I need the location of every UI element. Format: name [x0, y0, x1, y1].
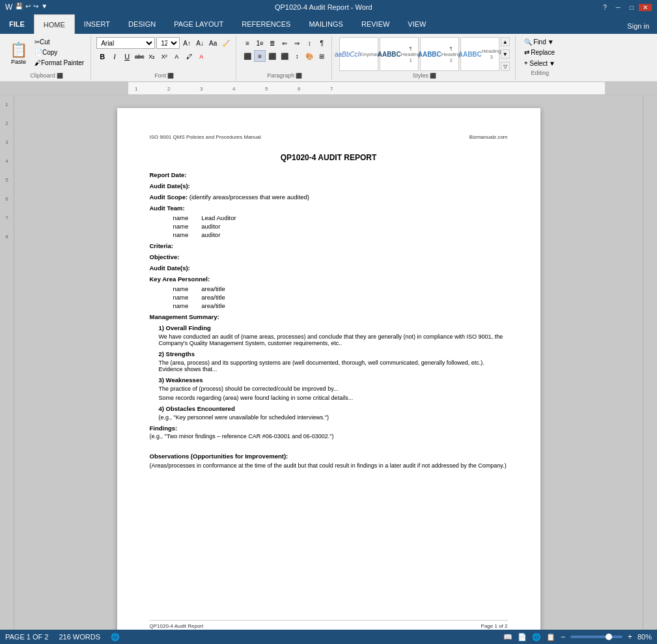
subscript-btn[interactable]: X₂ — [146, 51, 158, 63]
quick-save-icon[interactable]: 💾 — [15, 3, 23, 12]
minimize-btn[interactable]: ─ — [612, 4, 624, 11]
font-name-select[interactable]: Arial — [96, 37, 155, 49]
font-color-btn[interactable]: A — [195, 51, 207, 63]
customize-icon[interactable]: ▼ — [41, 3, 48, 12]
tab-mailings[interactable]: MAILINGS — [300, 14, 352, 34]
zoom-thumb[interactable] — [606, 634, 612, 640]
styles-more[interactable]: ▽ — [501, 62, 510, 71]
ruler-main[interactable]: 1 2 3 4 5 6 7 — [128, 82, 605, 94]
zoom-out-btn[interactable]: − — [561, 632, 565, 641]
borders-btn[interactable]: ⊞ — [316, 50, 328, 62]
help-icon[interactable]: ? — [599, 4, 611, 11]
web-layout-icon[interactable]: 🌐 — [532, 633, 541, 641]
tab-home[interactable]: HOME — [34, 14, 75, 34]
tab-page-layout[interactable]: PAGE LAYOUT — [165, 14, 232, 34]
tab-insert[interactable]: INSERT — [75, 14, 119, 34]
highlight-eraser-btn[interactable]: 🧹 — [220, 37, 232, 49]
sign-in-btn[interactable]: Sign in — [619, 18, 657, 34]
zoom-level[interactable]: 80% — [637, 633, 652, 641]
findings-label: Findings: — [150, 425, 178, 432]
style-heading1[interactable]: AABBC ¶ Heading 1 — [380, 37, 419, 71]
print-layout-icon[interactable]: 📄 — [518, 633, 527, 641]
font-expand-icon[interactable]: ⬛ — [167, 73, 174, 79]
bullets-btn[interactable]: ≡ — [242, 37, 253, 49]
management-summary-label: Management Summary: — [150, 313, 508, 320]
tab-review[interactable]: REVIEW — [352, 14, 398, 34]
font-size-select[interactable]: 12 — [156, 37, 180, 49]
copy-icon: 📄 — [35, 49, 42, 56]
line-spacing-btn[interactable]: ↕ — [291, 50, 303, 62]
team-member-3: nameauditor — [173, 231, 508, 238]
text-highlight-btn[interactable]: 🖍 — [183, 51, 195, 63]
outline-icon[interactable]: 📋 — [546, 633, 555, 641]
styles-scroll-down[interactable]: ▼ — [501, 49, 510, 59]
increase-indent-btn[interactable]: ⇒ — [291, 37, 303, 49]
observations-body: (Areas/processes in conformance at the t… — [150, 462, 508, 469]
section4-body: (e.g., "Key personnel were unavailable f… — [150, 414, 508, 421]
undo-icon[interactable]: ↩ — [25, 3, 31, 12]
multilevel-btn[interactable]: ≣ — [266, 37, 278, 49]
word-icon: W — [5, 3, 12, 12]
format-painter-button[interactable]: 🖌 Format Painter — [32, 58, 87, 68]
justify-btn[interactable]: ⬛ — [279, 50, 290, 62]
replace-btn[interactable]: ⇄ Replace — [522, 48, 558, 57]
bold-btn[interactable]: B — [96, 51, 108, 63]
align-right-btn[interactable]: ⬛ — [266, 50, 278, 62]
tab-file[interactable]: FILE — [0, 14, 34, 34]
tab-references[interactable]: REFERENCES — [232, 14, 300, 34]
styles-scroll[interactable]: ▲ ▼ ▽ — [501, 37, 510, 71]
zoom-in-btn[interactable]: + — [628, 632, 632, 641]
select-btn[interactable]: ⌖ Select ▼ — [522, 58, 558, 68]
styles-scroll-up[interactable]: ▲ — [501, 37, 510, 46]
close-btn[interactable]: ✕ — [639, 4, 652, 11]
document-page[interactable]: ISO 9001 QMS Policies and Procedures Man… — [117, 108, 540, 630]
underline-btn[interactable]: U — [121, 51, 133, 63]
paste-icon: 📋 — [10, 42, 27, 59]
ruler-left-margin — [14, 82, 128, 94]
tab-design[interactable]: DESIGN — [119, 14, 165, 34]
clipboard-group: 📋 Paste ✂ Cut 📄 Copy 🖌 Format Painter Cl… — [3, 36, 91, 80]
paste-button[interactable]: 📋 Paste — [7, 37, 31, 70]
section4-title: 4) Obstacles Encountered — [150, 405, 508, 412]
right-sidebar — [643, 95, 657, 630]
align-left-btn[interactable]: ⬛ — [242, 50, 253, 62]
copy-button[interactable]: 📄 Copy — [32, 48, 87, 57]
numbering-btn[interactable]: 1≡ — [254, 37, 266, 49]
read-mode-icon[interactable]: 📖 — [503, 633, 512, 641]
style-emphasis[interactable]: aaBbCcI Emphasis — [339, 37, 378, 71]
strikethrough-btn[interactable]: abc — [133, 51, 145, 63]
personnel-list: namearea/title namearea/title namearea/t… — [150, 285, 508, 309]
audit-team-list: nameLead Auditor nameauditor nameauditor — [150, 214, 508, 238]
superscript-btn[interactable]: X² — [158, 51, 170, 63]
key-area-section: Key Area Personnel: namearea/title namea… — [150, 275, 508, 309]
shading-btn[interactable]: 🎨 — [303, 50, 315, 62]
styles-expand-icon[interactable]: ⬛ — [430, 73, 436, 79]
tab-view[interactable]: VIEW — [398, 14, 435, 34]
clear-format-btn[interactable]: Aa — [207, 37, 219, 49]
align-center-btn[interactable]: ≡ — [254, 50, 266, 62]
audit-dates2-field: Audit Date(s): — [150, 264, 508, 272]
italic-btn[interactable]: I — [109, 51, 120, 63]
cut-button[interactable]: ✂ Cut — [32, 37, 87, 47]
find-btn[interactable]: 🔍 Find ▼ — [522, 37, 558, 47]
text-effect-btn[interactable]: A — [171, 51, 182, 63]
ribbon-tabs: FILE HOME INSERT DESIGN PAGE LAYOUT REFE… — [0, 14, 657, 34]
document-area[interactable]: ISO 9001 QMS Policies and Procedures Man… — [14, 95, 643, 630]
main-area: 1 2 3 4 5 6 7 8 ISO 9001 QMS Policies an… — [0, 95, 657, 630]
show-hide-btn[interactable]: ¶ — [316, 37, 328, 49]
decrease-indent-btn[interactable]: ⇐ — [279, 37, 290, 49]
redo-icon[interactable]: ↪ — [33, 3, 38, 12]
zoom-slider[interactable] — [570, 636, 622, 638]
style-heading3[interactable]: AABBC Heading 3 — [460, 37, 499, 71]
audit-dates-field: Audit Date(s): — [150, 182, 508, 189]
para-expand-icon[interactable]: ⬛ — [296, 73, 302, 79]
style-heading2[interactable]: AABBC ¶ Heading 2 — [420, 37, 459, 71]
sort-btn[interactable]: ↕ — [303, 37, 315, 49]
personnel-3: namearea/title — [173, 302, 508, 309]
clipboard-expand-icon[interactable]: ⬛ — [57, 73, 63, 79]
styles-group: aaBbCcI Emphasis AABBC ¶ Heading 1 AABBC… — [333, 36, 516, 80]
criteria-label: Criteria: — [150, 242, 173, 249]
maximize-btn[interactable]: □ — [626, 4, 637, 11]
increase-font-btn[interactable]: A↑ — [181, 37, 193, 49]
decrease-font-btn[interactable]: A↓ — [194, 37, 206, 49]
